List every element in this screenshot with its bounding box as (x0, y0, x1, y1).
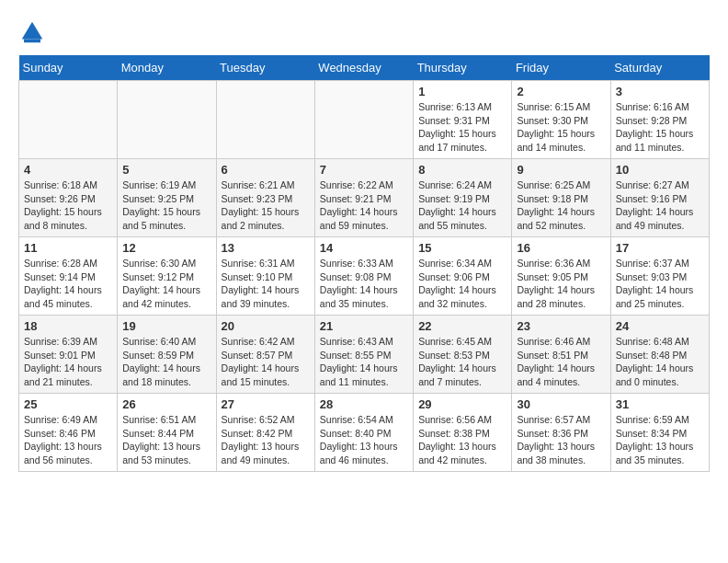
day-info: Sunrise: 6:25 AM Sunset: 9:18 PM Dayligh… (517, 178, 605, 233)
calendar-cell: 23Sunrise: 6:46 AM Sunset: 8:51 PM Dayli… (512, 316, 610, 394)
day-info: Sunrise: 6:19 AM Sunset: 9:25 PM Dayligh… (122, 178, 210, 233)
calendar-cell: 5Sunrise: 6:19 AM Sunset: 9:25 PM Daylig… (118, 159, 216, 237)
calendar-cell: 1Sunrise: 6:13 AM Sunset: 9:31 PM Daylig… (414, 81, 512, 159)
svg-rect-1 (24, 40, 40, 43)
calendar-table: SundayMondayTuesdayWednesdayThursdayFrid… (18, 55, 710, 472)
day-info: Sunrise: 6:28 AM Sunset: 9:14 PM Dayligh… (24, 257, 112, 311)
calendar-cell: 31Sunrise: 6:59 AM Sunset: 8:34 PM Dayli… (610, 394, 709, 472)
calendar-header-friday: Friday (512, 55, 610, 81)
day-info: Sunrise: 6:46 AM Sunset: 8:51 PM Dayligh… (517, 335, 605, 389)
calendar-cell: 11Sunrise: 6:28 AM Sunset: 9:14 PM Dayli… (19, 237, 118, 316)
calendar-header-thursday: Thursday (414, 55, 512, 81)
day-info: Sunrise: 6:37 AM Sunset: 9:03 PM Dayligh… (616, 257, 704, 311)
svg-marker-0 (22, 22, 43, 40)
calendar-cell: 26Sunrise: 6:51 AM Sunset: 8:44 PM Dayli… (118, 394, 216, 472)
calendar-cell: 15Sunrise: 6:34 AM Sunset: 9:06 PM Dayli… (414, 237, 512, 316)
calendar-cell: 8Sunrise: 6:24 AM Sunset: 9:19 PM Daylig… (414, 159, 512, 237)
calendar-cell: 2Sunrise: 6:15 AM Sunset: 9:30 PM Daylig… (512, 81, 610, 159)
calendar-header-row: SundayMondayTuesdayWednesdayThursdayFrid… (19, 55, 710, 81)
day-number: 30 (517, 397, 605, 411)
day-number: 27 (222, 397, 310, 411)
day-info: Sunrise: 6:22 AM Sunset: 9:21 PM Dayligh… (320, 178, 408, 233)
day-number: 10 (616, 163, 704, 177)
calendar-cell: 27Sunrise: 6:52 AM Sunset: 8:42 PM Dayli… (216, 394, 314, 472)
day-info: Sunrise: 6:27 AM Sunset: 9:16 PM Dayligh… (616, 178, 704, 233)
day-number: 6 (222, 163, 310, 177)
calendar-header-wednesday: Wednesday (314, 55, 413, 81)
day-number: 4 (24, 163, 112, 177)
day-info: Sunrise: 6:49 AM Sunset: 8:46 PM Dayligh… (24, 413, 112, 467)
calendar-cell: 12Sunrise: 6:30 AM Sunset: 9:12 PM Dayli… (118, 237, 216, 316)
logo-icon (18, 18, 46, 46)
day-info: Sunrise: 6:40 AM Sunset: 8:59 PM Dayligh… (122, 335, 210, 389)
day-number: 15 (418, 241, 506, 255)
day-info: Sunrise: 6:21 AM Sunset: 9:23 PM Dayligh… (222, 178, 310, 233)
day-number: 25 (24, 397, 112, 411)
day-number: 11 (24, 241, 112, 255)
calendar-header-tuesday: Tuesday (216, 55, 314, 81)
page-header (18, 18, 710, 46)
calendar-cell: 29Sunrise: 6:56 AM Sunset: 8:38 PM Dayli… (414, 394, 512, 472)
day-info: Sunrise: 6:15 AM Sunset: 9:30 PM Dayligh… (517, 100, 605, 155)
calendar-cell: 24Sunrise: 6:48 AM Sunset: 8:48 PM Dayli… (610, 316, 709, 394)
day-number: 23 (517, 319, 605, 333)
calendar-cell: 13Sunrise: 6:31 AM Sunset: 9:10 PM Dayli… (216, 237, 314, 316)
day-info: Sunrise: 6:13 AM Sunset: 9:31 PM Dayligh… (418, 100, 506, 155)
calendar-cell (118, 81, 216, 159)
day-number: 18 (24, 319, 112, 333)
day-number: 8 (418, 163, 506, 177)
day-number: 28 (320, 397, 408, 411)
logo (18, 18, 50, 46)
day-info: Sunrise: 6:30 AM Sunset: 9:12 PM Dayligh… (122, 257, 210, 311)
calendar-cell: 14Sunrise: 6:33 AM Sunset: 9:08 PM Dayli… (314, 237, 413, 316)
day-number: 16 (517, 241, 605, 255)
calendar-cell: 6Sunrise: 6:21 AM Sunset: 9:23 PM Daylig… (216, 159, 314, 237)
day-info: Sunrise: 6:36 AM Sunset: 9:05 PM Dayligh… (517, 257, 605, 311)
day-info: Sunrise: 6:48 AM Sunset: 8:48 PM Dayligh… (616, 335, 704, 389)
calendar-cell: 21Sunrise: 6:43 AM Sunset: 8:55 PM Dayli… (314, 316, 413, 394)
day-info: Sunrise: 6:59 AM Sunset: 8:34 PM Dayligh… (616, 413, 704, 467)
day-info: Sunrise: 6:24 AM Sunset: 9:19 PM Dayligh… (418, 178, 506, 233)
calendar-header-sunday: Sunday (19, 55, 118, 81)
day-number: 29 (418, 397, 506, 411)
calendar-cell: 30Sunrise: 6:57 AM Sunset: 8:36 PM Dayli… (512, 394, 610, 472)
day-number: 14 (320, 241, 408, 255)
day-info: Sunrise: 6:33 AM Sunset: 9:08 PM Dayligh… (320, 257, 408, 311)
calendar-header-monday: Monday (118, 55, 216, 81)
day-info: Sunrise: 6:42 AM Sunset: 8:57 PM Dayligh… (222, 335, 310, 389)
calendar-cell: 18Sunrise: 6:39 AM Sunset: 9:01 PM Dayli… (19, 316, 118, 394)
day-number: 22 (418, 319, 506, 333)
day-number: 20 (222, 319, 310, 333)
calendar-week-row: 25Sunrise: 6:49 AM Sunset: 8:46 PM Dayli… (19, 394, 710, 472)
day-info: Sunrise: 6:51 AM Sunset: 8:44 PM Dayligh… (122, 413, 210, 467)
day-info: Sunrise: 6:31 AM Sunset: 9:10 PM Dayligh… (222, 257, 310, 311)
calendar-cell: 9Sunrise: 6:25 AM Sunset: 9:18 PM Daylig… (512, 159, 610, 237)
calendar-cell (216, 81, 314, 159)
day-info: Sunrise: 6:54 AM Sunset: 8:40 PM Dayligh… (320, 413, 408, 467)
day-number: 12 (122, 241, 210, 255)
calendar-week-row: 18Sunrise: 6:39 AM Sunset: 9:01 PM Dayli… (19, 316, 710, 394)
calendar-cell (19, 81, 118, 159)
calendar-week-row: 11Sunrise: 6:28 AM Sunset: 9:14 PM Dayli… (19, 237, 710, 316)
day-info: Sunrise: 6:34 AM Sunset: 9:06 PM Dayligh… (418, 257, 506, 311)
calendar-cell (314, 81, 413, 159)
calendar-cell: 7Sunrise: 6:22 AM Sunset: 9:21 PM Daylig… (314, 159, 413, 237)
day-number: 7 (320, 163, 408, 177)
calendar-cell: 16Sunrise: 6:36 AM Sunset: 9:05 PM Dayli… (512, 237, 610, 316)
day-number: 2 (517, 85, 605, 98)
day-number: 19 (122, 319, 210, 333)
day-number: 31 (616, 397, 704, 411)
calendar-week-row: 4Sunrise: 6:18 AM Sunset: 9:26 PM Daylig… (19, 159, 710, 237)
day-info: Sunrise: 6:39 AM Sunset: 9:01 PM Dayligh… (24, 335, 112, 389)
day-number: 5 (122, 163, 210, 177)
day-info: Sunrise: 6:43 AM Sunset: 8:55 PM Dayligh… (320, 335, 408, 389)
day-number: 17 (616, 241, 704, 255)
day-number: 21 (320, 319, 408, 333)
calendar-cell: 17Sunrise: 6:37 AM Sunset: 9:03 PM Dayli… (610, 237, 709, 316)
day-info: Sunrise: 6:57 AM Sunset: 8:36 PM Dayligh… (517, 413, 605, 467)
day-info: Sunrise: 6:18 AM Sunset: 9:26 PM Dayligh… (24, 178, 112, 233)
calendar-cell: 28Sunrise: 6:54 AM Sunset: 8:40 PM Dayli… (314, 394, 413, 472)
calendar-week-row: 1Sunrise: 6:13 AM Sunset: 9:31 PM Daylig… (19, 81, 710, 159)
day-info: Sunrise: 6:52 AM Sunset: 8:42 PM Dayligh… (222, 413, 310, 467)
day-info: Sunrise: 6:16 AM Sunset: 9:28 PM Dayligh… (616, 100, 704, 155)
